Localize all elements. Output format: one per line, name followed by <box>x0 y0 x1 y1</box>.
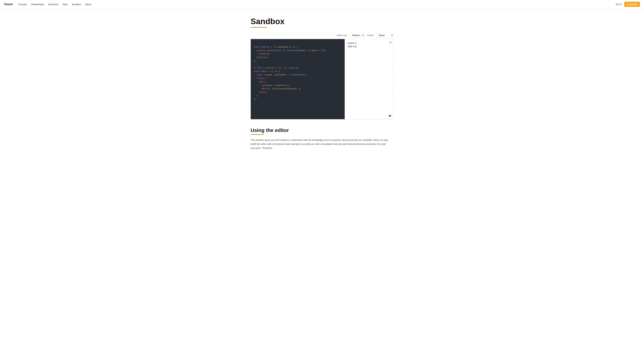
main-inner: Sandbox Editor size: Small Medium Large … <box>250 17 394 150</box>
navbar: ITeach Courses Cheatsheets Exercises Sta… <box>0 0 644 9</box>
preview-count: Count: 0 <box>348 42 390 44</box>
nav-logo[interactable]: ITeach <box>4 3 13 6</box>
main-content: Sandbox Editor size: Small Medium Large … <box>246 9 398 164</box>
preview-panel: ↺ Count: 0 Click me ▶ <box>345 39 393 119</box>
page-title: Sandbox <box>250 17 394 26</box>
code-panel[interactable]: const Button = ({ setValue }) => { <butt… <box>251 39 345 119</box>
using-editor-text: The sandbox gives you the freedom to exp… <box>250 138 394 150</box>
editor-size-select[interactable]: Small Medium Large <box>350 33 364 38</box>
nav-right: EN ▼ ♥ Donate <box>616 2 640 7</box>
using-editor-underline <box>250 134 264 135</box>
nav-link-about[interactable]: About <box>85 3 91 6</box>
editor-container: const Button = ({ setValue }) => { <butt… <box>250 39 394 120</box>
nav-link-stats[interactable]: Stats <box>62 3 68 6</box>
preset-label: Preset: <box>367 34 374 36</box>
refresh-icon[interactable]: ↺ <box>389 41 392 44</box>
nav-links: Courses Cheatsheets Exercises Stats Sand… <box>18 3 616 6</box>
nav-link-cheatsheets[interactable]: Cheatsheets <box>31 3 44 6</box>
chevron-down-icon: ▼ <box>620 3 622 6</box>
title-underline <box>250 27 267 28</box>
heart-icon: ♥ <box>627 3 628 6</box>
donate-label: Donate <box>630 3 637 6</box>
preset-select[interactable]: React Vanilla JS TypeScript <box>377 33 394 38</box>
using-editor-title: Using the editor <box>250 128 394 133</box>
editor-controls: Editor size: Small Medium Large Preset: … <box>250 33 394 38</box>
lang-label: EN <box>616 3 619 6</box>
donate-button[interactable]: ♥ Donate <box>624 2 640 7</box>
language-selector[interactable]: EN ▼ <box>616 3 622 6</box>
nav-link-exercises[interactable]: Exercises <box>48 3 58 6</box>
nav-link-sandbox[interactable]: Sandbox <box>72 3 81 6</box>
nav-link-courses[interactable]: Courses <box>18 3 27 6</box>
run-icon[interactable]: ▶ <box>389 114 392 118</box>
editor-size-label: Editor size: <box>337 34 348 36</box>
click-me-button[interactable]: Click me <box>348 45 356 48</box>
